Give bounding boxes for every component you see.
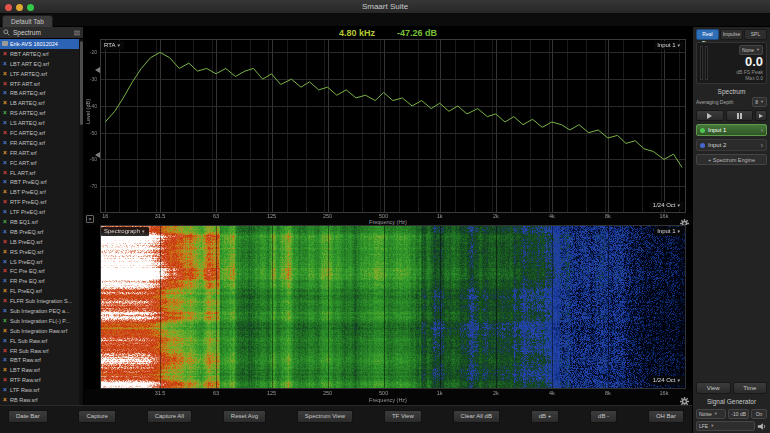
time-button[interactable]: Time [733,382,768,394]
file-list-item[interactable]: ×RTF ART.srf [0,79,79,89]
rta-chart[interactable]: Level (dB) RTA▼ Input 1▼ 1/24 Oct▼ × Fre… [84,39,692,225]
file-list-item[interactable]: ×RB PreEQ.srf [0,227,79,237]
commandbar-db--button[interactable]: dB + [531,410,560,423]
rta-banding-selector[interactable]: 1/24 Oct▼ [650,201,684,210]
file-name: FC ARTEQ.srf [10,130,45,136]
file-list-item[interactable]: ×LS PreEQ.srf [0,257,79,267]
spectrograph-banding-selector[interactable]: 1/24 Oct▼ [650,376,684,385]
trace-marker-icon: × [2,110,8,116]
spectrograph-type-selector[interactable]: Spectrograph▼ [101,227,149,236]
mode-spl-button[interactable]: SPL [744,29,767,40]
file-list-item[interactable]: ×RBT ARTEQ.srf [0,49,79,59]
file-list-item[interactable]: ×FLFR Sub Integration S... [0,296,79,306]
trace-marker-icon: × [2,259,8,265]
meter-max: Max 0.0 [745,75,763,81]
input-2-row[interactable]: Input 2 › [696,139,767,151]
file-list-item[interactable]: ×RB ARTEQ.srf [0,88,79,98]
trace-marker-icon: × [2,308,8,314]
file-list-item[interactable]: ×FC ARTEQ.srf [0,128,79,138]
commandbar-capture-button[interactable]: Capture [78,410,115,423]
commandbar-tf-view-button[interactable]: TF View [384,410,422,423]
spectrograph-chart[interactable]: Spectrograph▼ Input 1▼ 1/24 Oct▼ Frequen… [84,225,692,405]
transport-options-button[interactable] [755,110,767,121]
file-list-item[interactable]: ×LTF PreEQ.srf [0,207,79,217]
file-list-item[interactable]: ×FC ART.srf [0,158,79,168]
file-list-item[interactable]: ×LBT PreEQ.srf [0,187,79,197]
meter-value: 0.0 [745,55,763,69]
x-tick-label: 2k [493,213,499,219]
commandbar-capture-all-button[interactable]: Capture All [147,410,192,423]
file-list-item[interactable]: ×FR ARTEQ.srf [0,138,79,148]
file-list-item[interactable]: ×Sub Integration PEQ a... [0,306,79,316]
level-marker[interactable] [95,67,100,73]
generator-output-selector[interactable]: LFE▼ [696,421,755,431]
file-list-item[interactable]: ×RB EQ1.srf [0,217,79,227]
commandbar-clear-all-db-button[interactable]: Clear All dB [453,410,500,423]
input-1-row[interactable]: Input 1 › [696,124,767,136]
averaging-depth-selector[interactable]: 8▼ [752,97,767,107]
commandbar-date-bar-button[interactable]: Date Bar [8,410,48,423]
spectrograph-input-selector[interactable]: Input 1▼ [654,227,684,236]
file-name: Erik-AVS 16012024 [10,41,58,47]
play-button[interactable] [696,110,724,121]
file-list-item[interactable]: ×LBT Raw.srf [0,365,79,375]
file-list-item[interactable]: ×RBT PreEQ.srf [0,177,79,187]
tab-default[interactable]: Default Tab [2,15,53,27]
x-tick-label: 16k [660,390,669,396]
generator-type-selector[interactable]: Noise▼ [696,409,726,419]
scrollbar-thumb[interactable] [80,41,83,125]
file-list-item[interactable]: ×LB PreEQ.srf [0,237,79,247]
mode-real-time-button[interactable]: Real Time [696,29,719,40]
x-tick-label: 250 [323,213,332,219]
file-list-item[interactable]: ×RS PreEQ.srf [0,247,79,257]
generator-on-button[interactable]: On [751,409,767,419]
file-list-item[interactable]: ×Sub Integration FL(-) P... [0,316,79,326]
file-list-item[interactable]: ×FR ART.srf [0,148,79,158]
speaker-icon[interactable] [757,422,767,431]
file-list-item[interactable]: ×FC Pre EQ.srf [0,266,79,276]
file-list-item[interactable]: ×Sub Integration Raw.srf [0,326,79,336]
x-tick-label: 250 [323,390,332,396]
file-list-item[interactable]: ×FL PreEQ.srf [0,286,79,296]
search-icon[interactable] [3,29,10,36]
rta-plot-canvas[interactable] [84,39,692,213]
rta-type-selector[interactable]: RTA▼ [101,41,124,50]
chevron-down-icon: ▼ [677,227,681,236]
file-list-item[interactable]: ×LBT ART EQ.srf [0,59,79,69]
sidebar-menu-icon[interactable] [74,30,80,36]
commandbar-db--button[interactable]: dB - [590,410,617,423]
file-list-item[interactable]: ×RBT Raw.srf [0,356,79,366]
file-list-item[interactable]: ×LS ARTEQ.srf [0,118,79,128]
file-list-item[interactable]: ×RB Raw.srf [0,395,79,405]
file-name: RTF Raw.srf [10,377,40,383]
pause-button[interactable] [726,110,754,121]
view-button[interactable]: View [696,382,731,394]
file-list-item[interactable]: Erik-AVS 16012024 [0,39,79,49]
commandbar-spectrum-view-button[interactable]: Spectrum View [297,410,353,423]
add-spectrum-engine-button[interactable]: + Spectrum Engine [696,154,767,165]
commandbar-reset-avg-button[interactable]: Reset Avg [223,410,266,423]
file-list-item[interactable]: ×RS ARTEQ.srf [0,108,79,118]
sidebar-header[interactable]: Spectrum [0,27,83,39]
file-name: LS PreEQ.srf [10,259,42,265]
file-list-item[interactable]: ×FR Pre EQ.srf [0,276,79,286]
file-list-item[interactable]: ×FL ART.srf [0,168,79,178]
file-name: RS ARTEQ.srf [10,110,45,116]
sidebar-scrollbar[interactable] [79,39,83,405]
file-list-item[interactable]: ×FL Sub Raw.srf [0,336,79,346]
mode-impulse-button[interactable]: Impulse [720,29,743,40]
file-list-item[interactable]: ×RTF Raw.srf [0,375,79,385]
input-1-label: Input 1 [708,127,726,133]
commandbar-oh-bar-button[interactable]: OH Bar [648,410,684,423]
file-name: LS ARTEQ.srf [10,120,44,126]
generator-level-field[interactable]: -10 dB [728,409,749,419]
file-list-item[interactable]: ×LTF ARTEQ.srf [0,69,79,79]
file-list-item[interactable]: ×FR Sub Raw.srf [0,346,79,356]
file-list-item[interactable]: ×LB ARTEQ.srf [0,98,79,108]
rta-input-selector[interactable]: Input 1▼ [654,41,684,50]
spectrograph-plot-canvas[interactable] [84,225,692,389]
file-name: LTF ARTEQ.srf [10,71,47,77]
generator-level-value: -10 dB [731,410,746,418]
file-list-item[interactable]: ×RTF PreEQ.srf [0,197,79,207]
file-list-item[interactable]: ×LTF Raw.srf [0,385,79,395]
